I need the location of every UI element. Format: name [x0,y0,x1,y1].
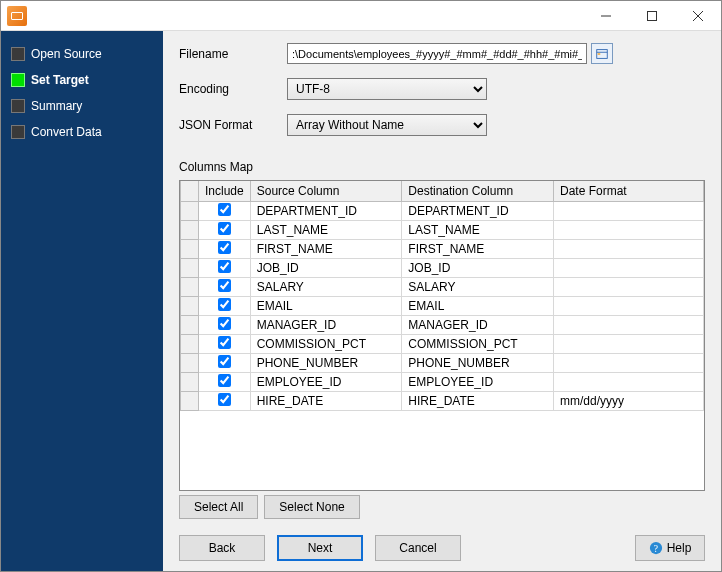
grid-header-dateformat[interactable]: Date Format [554,181,704,201]
row-header [181,258,199,277]
cancel-button[interactable]: Cancel [375,535,461,561]
row-header [181,296,199,315]
table-row[interactable]: SALARYSALARY [181,277,704,296]
row-header [181,372,199,391]
minimize-button[interactable] [583,1,629,31]
row-header [181,220,199,239]
destination-cell[interactable]: FIRST_NAME [402,239,554,258]
next-button[interactable]: Next [277,535,363,561]
table-row[interactable]: EMAILEMAIL [181,296,704,315]
include-checkbox[interactable] [218,336,231,349]
step-label: Summary [31,99,82,113]
table-row[interactable]: PHONE_NUMBERPHONE_NUMBER [181,353,704,372]
encoding-select[interactable]: UTF-8 [287,78,487,100]
dateformat-cell[interactable] [554,315,704,334]
browse-button[interactable] [591,43,613,64]
include-checkbox[interactable] [218,279,231,292]
include-checkbox[interactable] [218,298,231,311]
columns-map-label: Columns Map [179,160,705,174]
destination-cell[interactable]: MANAGER_ID [402,315,554,334]
maximize-button[interactable] [629,1,675,31]
source-cell[interactable]: EMAIL [250,296,402,315]
table-row[interactable]: MANAGER_IDMANAGER_ID [181,315,704,334]
dateformat-cell[interactable] [554,201,704,220]
svg-text:?: ? [654,543,658,554]
table-row[interactable]: LAST_NAMELAST_NAME [181,220,704,239]
svg-rect-6 [598,53,601,55]
include-checkbox[interactable] [218,355,231,368]
wizard-step-0[interactable]: Open Source [1,41,163,67]
dateformat-cell[interactable] [554,258,704,277]
source-cell[interactable]: PHONE_NUMBER [250,353,402,372]
source-cell[interactable]: DEPARTMENT_ID [250,201,402,220]
include-checkbox[interactable] [218,374,231,387]
table-row[interactable]: EMPLOYEE_IDEMPLOYEE_ID [181,372,704,391]
dateformat-cell[interactable] [554,277,704,296]
include-checkbox[interactable] [218,260,231,273]
help-button[interactable]: ? Help [635,535,705,561]
destination-cell[interactable]: DEPARTMENT_ID [402,201,554,220]
close-button[interactable] [675,1,721,31]
back-button[interactable]: Back [179,535,265,561]
destination-cell[interactable]: HIRE_DATE [402,391,554,410]
grid-header-include[interactable]: Include [199,181,251,201]
step-indicator-icon [11,47,25,61]
table-row[interactable]: DEPARTMENT_IDDEPARTMENT_ID [181,201,704,220]
table-row[interactable]: HIRE_DATEHIRE_DATEmm/dd/yyyy [181,391,704,410]
source-cell[interactable]: COMMISSION_PCT [250,334,402,353]
dateformat-cell[interactable] [554,239,704,258]
destination-cell[interactable]: EMAIL [402,296,554,315]
grid-header-source[interactable]: Source Column [250,181,402,201]
step-label: Open Source [31,47,102,61]
wizard-step-3[interactable]: Convert Data [1,119,163,145]
columns-map-grid[interactable]: Include Source Column Destination Column… [179,180,705,491]
include-checkbox[interactable] [218,317,231,330]
include-checkbox[interactable] [218,222,231,235]
wizard-step-1[interactable]: Set Target [1,67,163,93]
table-row[interactable]: COMMISSION_PCTCOMMISSION_PCT [181,334,704,353]
include-checkbox[interactable] [218,203,231,216]
dateformat-cell[interactable]: mm/dd/yyyy [554,391,704,410]
dateformat-cell[interactable] [554,353,704,372]
row-header [181,315,199,334]
include-checkbox[interactable] [218,241,231,254]
json-format-select[interactable]: Array Without Name [287,114,487,136]
row-header [181,334,199,353]
content-panel: Filename Encoding UTF-8 JSON Format Arra… [163,31,721,571]
destination-cell[interactable]: EMPLOYEE_ID [402,372,554,391]
source-cell[interactable]: EMPLOYEE_ID [250,372,402,391]
dateformat-cell[interactable] [554,220,704,239]
row-header [181,239,199,258]
dateformat-cell[interactable] [554,296,704,315]
destination-cell[interactable]: PHONE_NUMBER [402,353,554,372]
source-cell[interactable]: JOB_ID [250,258,402,277]
destination-cell[interactable]: SALARY [402,277,554,296]
select-all-button[interactable]: Select All [179,495,258,519]
dateformat-cell[interactable] [554,372,704,391]
encoding-label: Encoding [179,82,287,96]
json-format-label: JSON Format [179,118,287,132]
table-row[interactable]: FIRST_NAMEFIRST_NAME [181,239,704,258]
destination-cell[interactable]: COMMISSION_PCT [402,334,554,353]
titlebar [1,1,721,31]
source-cell[interactable]: FIRST_NAME [250,239,402,258]
destination-cell[interactable]: LAST_NAME [402,220,554,239]
table-row[interactable]: JOB_IDJOB_ID [181,258,704,277]
row-header [181,201,199,220]
filename-input[interactable] [287,43,587,64]
include-checkbox[interactable] [218,393,231,406]
source-cell[interactable]: LAST_NAME [250,220,402,239]
source-cell[interactable]: SALARY [250,277,402,296]
dateformat-cell[interactable] [554,334,704,353]
step-label: Convert Data [31,125,102,139]
step-indicator-icon [11,99,25,113]
grid-header-destination[interactable]: Destination Column [402,181,554,201]
row-header [181,353,199,372]
select-none-button[interactable]: Select None [264,495,359,519]
wizard-step-2[interactable]: Summary [1,93,163,119]
source-cell[interactable]: HIRE_DATE [250,391,402,410]
destination-cell[interactable]: JOB_ID [402,258,554,277]
source-cell[interactable]: MANAGER_ID [250,315,402,334]
app-icon [7,6,27,26]
row-header [181,391,199,410]
